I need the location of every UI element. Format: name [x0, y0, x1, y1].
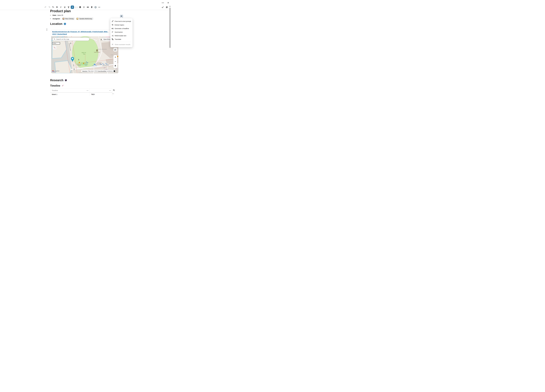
underline-icon[interactable]: U	[63, 6, 66, 9]
attribution-text: | Map data © 2013	[88, 70, 98, 72]
map-label-trabant: Trabant	[78, 65, 81, 66]
menu-item-free-text-prompt[interactable]: Free text to text prompt	[110, 19, 133, 23]
formatting-toolbar: ↶ ↷ TT B I U [ ] •••	[0, 5, 171, 10]
pitch-down-icon	[115, 66, 116, 67]
table-header-timeline[interactable]: Timeline	[52, 90, 58, 91]
map-label-trabi-safari: Trabi safari	[92, 65, 97, 66]
svg-text:P: P	[100, 63, 100, 65]
brackets-icon[interactable]: [ ]	[75, 6, 78, 9]
assignee-bullet[interactable]: • Assignee: Ros Christy Sandra McKinney	[50, 17, 93, 20]
cell-tbd[interactable]: TBD!	[91, 93, 95, 95]
bold-icon[interactable]: B	[55, 6, 59, 9]
map-terrain-button[interactable]	[113, 48, 117, 52]
cell-week1[interactable]: Week 1	[52, 93, 57, 95]
map-search-input[interactable]	[56, 38, 88, 40]
person-name: Ros Christy	[65, 18, 74, 20]
h1-icon: H1	[111, 28, 115, 29]
close-icon[interactable]: ✕	[167, 1, 170, 4]
zoom-in-button[interactable]: +	[113, 55, 117, 59]
map-label-museum: Trabi Museum	[94, 52, 100, 53]
research-heading-text: Research	[50, 79, 63, 82]
timeline-heading[interactable]: Timeline	[50, 84, 64, 87]
map-label-house-no: 91-93	[111, 54, 113, 55]
more-tools-icon[interactable]: •••	[98, 6, 101, 9]
toolbar-divider	[0, 10, 171, 10]
menu-item-label: Translate	[115, 38, 121, 40]
map-pitch-toggle[interactable]	[113, 64, 117, 68]
map-label-bus-routes: 94,98,98A,98B,99,99A	[98, 49, 107, 50]
row-menu-icon[interactable]: •••	[112, 93, 114, 95]
scrollbar-up-icon[interactable]	[169, 6, 171, 7]
page-title[interactable]: Product plan	[50, 9, 71, 13]
italic-icon[interactable]: I	[59, 6, 62, 9]
people-icon[interactable]	[165, 6, 168, 9]
rocket-emoji-icon	[61, 84, 64, 87]
timeline-heading-text: Timeline	[50, 84, 60, 87]
shuffle-icon	[111, 35, 115, 37]
menu-item-label: Extract topics	[115, 24, 124, 26]
emoji-icon[interactable]	[94, 6, 97, 9]
menu-item-generate-headline[interactable]: H1 Generate a headline	[110, 27, 133, 30]
menu-item-extract-topics[interactable]: Extract topics	[110, 23, 133, 27]
menu-item-label: Show assistant results	[115, 44, 130, 45]
research-heading[interactable]: Research	[50, 79, 67, 82]
person-chip-sandra[interactable]: Sandra McKinney	[76, 17, 93, 20]
address-link[interactable]: Bundesministerium der Finanzen, 97, Wilh…	[51, 30, 118, 35]
menu-item-translate[interactable]: A Translate	[110, 37, 133, 41]
link-icon[interactable]	[86, 6, 89, 9]
avatar	[76, 18, 79, 20]
table-row[interactable]: Week 1 TBD!	[50, 92, 112, 96]
note-editor-window: ••• ✕ ↶ ↷ TT B I U [ ] •••	[0, 0, 171, 96]
map-settings-disabled-button[interactable]: ⚙	[53, 46, 56, 50]
column-menu-icon[interactable]: •••	[109, 90, 111, 91]
column-menu-icon[interactable]: •••	[87, 90, 88, 91]
translate-icon: A	[111, 38, 115, 40]
timeline-table: Timeline••• ••• Week 1 TBD!	[50, 88, 112, 96]
done-check-icon[interactable]	[161, 6, 164, 9]
map-scale-bar: 30 m	[52, 42, 60, 44]
assignee-label: Assignee:	[53, 18, 60, 20]
zoom-out-button[interactable]: −	[113, 59, 117, 64]
map-tiles: Berlin Hi- Flyer Trabi Museum 94,98,98A,…	[51, 36, 118, 73]
menu-item-show-assistant-results[interactable]: Show assistant results	[110, 43, 133, 46]
menu-item-label: Summarize	[115, 31, 123, 33]
strikethrough-icon[interactable]	[67, 6, 70, 9]
window-more-icon[interactable]: •••	[161, 1, 164, 4]
maptiler-logo[interactable]: maptiler	[52, 70, 60, 72]
svg-text:A: A	[113, 39, 113, 40]
date-value[interactable]: June 25	[57, 14, 63, 16]
menu-item-summarize[interactable]: Summarize	[110, 30, 133, 34]
svg-text:P: P	[86, 61, 87, 63]
bullet-list-icon[interactable]	[71, 6, 74, 9]
bullet-dot: •	[50, 18, 53, 20]
menu-item-label: Generate a headline	[115, 28, 129, 29]
text-size-icon[interactable]: TT	[52, 6, 55, 9]
ai-assistant-menu: Free text to text prompt Extract topics …	[110, 18, 133, 47]
map-label-park-1: Berlin Hi-	[82, 52, 86, 53]
undo-icon[interactable]: ↶	[44, 6, 47, 9]
attachment-icon[interactable]	[90, 6, 93, 9]
location-heading[interactable]: Location	[50, 22, 66, 26]
date-bullet[interactable]: • Date: June 25	[50, 14, 63, 16]
map-attribution: MapLibre | Map data © 2013 OpenStreetMap…	[81, 70, 116, 72]
maptiler-logo-text: maptiler	[54, 70, 60, 72]
address-line-1: Bundesministerium der Finanzen, 97, Wilh…	[52, 30, 108, 33]
map-label-berlin: Berlin	[85, 65, 87, 66]
line-spacing-icon[interactable]	[82, 6, 86, 9]
info-icon[interactable]: i	[114, 70, 115, 72]
bullet-dot: •	[50, 14, 53, 16]
table-icon[interactable]	[79, 6, 82, 9]
map-canvas[interactable]: Berlin Hi- Flyer Trabi Museum 94,98,98A,…	[51, 36, 118, 73]
map-zoom-control: + −	[113, 55, 117, 68]
block-drag-handle-icon[interactable]	[47, 29, 47, 31]
person-chip-ros[interactable]: Ros Christy	[62, 17, 75, 20]
menu-item-reformulate[interactable]: Reformulate text	[110, 34, 133, 37]
map-label-air-service: Air Service	[84, 63, 88, 65]
scrollbar-thumb[interactable]	[169, 8, 170, 48]
maplibre-link[interactable]: MapLibre	[82, 70, 87, 72]
redo-icon[interactable]: ↷	[48, 6, 51, 9]
openstreetmap-link[interactable]: OpenStreetMap	[98, 70, 106, 72]
map-search-box[interactable]	[52, 37, 89, 41]
table-settings-icon[interactable]	[113, 89, 115, 92]
date-label: Date:	[53, 14, 57, 16]
